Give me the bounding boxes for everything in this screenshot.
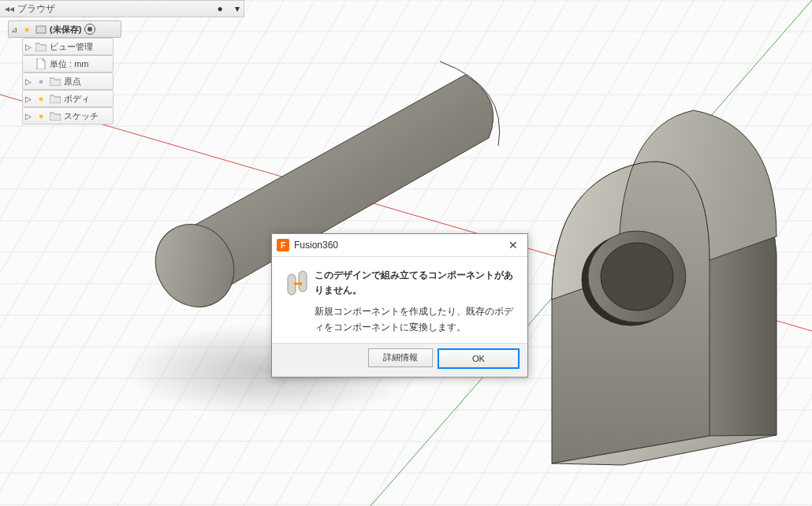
- bulb-icon[interactable]: ●: [21, 24, 32, 35]
- chevron-right-icon[interactable]: ▷: [24, 77, 32, 86]
- activate-target-icon[interactable]: [84, 24, 95, 35]
- folder-icon: [50, 110, 61, 121]
- folder-icon: [50, 93, 61, 104]
- bulb-icon[interactable]: ●: [35, 110, 47, 121]
- fusion-logo-icon: F: [277, 239, 289, 251]
- browser-tree: ⊿ ● (未保存) ▷ ビュー管理 単位 : mm ▷ ●: [0, 17, 244, 125]
- panel-menu-icon[interactable]: ▾: [231, 3, 244, 14]
- dialog-footer: 詳細情報 OK: [272, 343, 527, 377]
- message-dialog: F Fusion360 ✕ このデザインで組み立てるコンポーネントがありません。…: [271, 233, 528, 378]
- tree-item-label: ボディ: [64, 93, 90, 105]
- tree-item-views[interactable]: ▷ ビュー管理: [22, 38, 114, 55]
- browser-panel: ◂◂ ブラウザ ● ▾ ⊿ ● (未保存) ▷ ビュー管理 単位 :: [0, 0, 244, 125]
- svg-point-11: [294, 282, 297, 285]
- chevron-right-icon[interactable]: ▷: [24, 112, 32, 121]
- tree-item-label: ビュー管理: [50, 41, 93, 53]
- document-icon: [35, 58, 47, 69]
- chevron-down-icon[interactable]: ⊿: [10, 25, 18, 34]
- tree-item-sketches[interactable]: ▷ ● スケッチ: [22, 107, 114, 125]
- dialog-title-text: Fusion360: [294, 240, 504, 251]
- browser-header[interactable]: ◂◂ ブラウザ ● ▾: [0, 0, 244, 17]
- tree-item-label: 原点: [64, 76, 81, 87]
- tree-item-label: スケッチ: [64, 110, 99, 122]
- browser-title: ブラウザ: [16, 2, 209, 16]
- tree-item-origin[interactable]: ▷ ● 原点: [22, 73, 114, 90]
- folder-icon: [50, 76, 61, 87]
- bulb-off-icon[interactable]: ●: [35, 76, 47, 87]
- dialog-body-text: 新規コンポーネントを作成したり、既存のボディをコンポーネントに変換します。: [315, 304, 516, 334]
- folder-icon: [35, 41, 47, 52]
- chevron-right-icon[interactable]: ▷: [24, 43, 32, 51]
- ok-button[interactable]: OK: [438, 348, 520, 369]
- dialog-titlebar[interactable]: F Fusion360 ✕: [272, 234, 527, 257]
- pin-icon[interactable]: ●: [209, 3, 231, 14]
- svg-rect-10: [299, 271, 307, 292]
- chevron-right-icon[interactable]: ▷: [24, 95, 32, 103]
- details-button[interactable]: 詳細情報: [368, 348, 433, 367]
- dialog-heading: このデザインで組み立てるコンポーネントがありません。: [315, 268, 516, 298]
- tree-item-bodies[interactable]: ▷ ● ボディ: [22, 90, 114, 107]
- tree-item-label: 単位 : mm: [50, 58, 89, 70]
- tree-root[interactable]: ⊿ ● (未保存): [8, 20, 121, 38]
- collapse-icon[interactable]: ◂◂: [3, 3, 16, 14]
- component-icon: [35, 24, 47, 35]
- tree-item-units[interactable]: 単位 : mm: [22, 55, 114, 73]
- bulb-icon[interactable]: ●: [35, 93, 47, 104]
- tree-root-label: (未保存): [50, 24, 81, 35]
- svg-rect-8: [36, 26, 46, 33]
- dialog-illustration-icon: [283, 268, 315, 335]
- svg-point-7: [601, 243, 673, 311]
- close-icon[interactable]: ✕: [504, 239, 523, 251]
- svg-point-12: [299, 282, 302, 285]
